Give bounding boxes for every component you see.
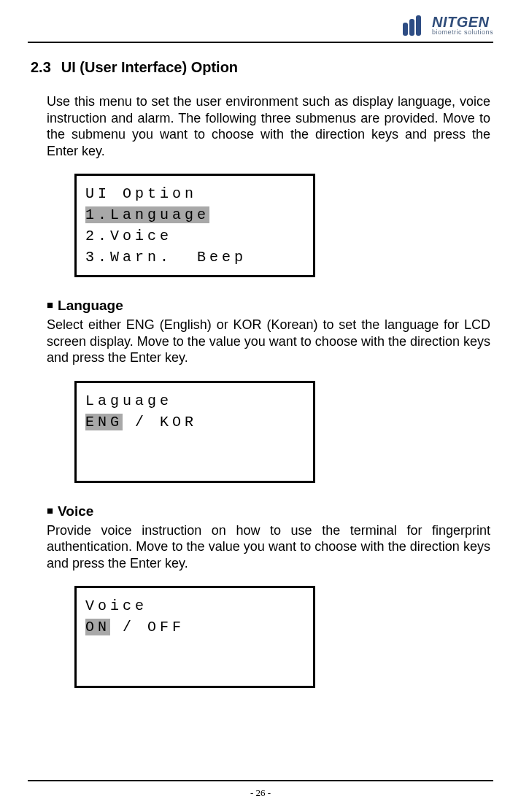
lcd-line: ENG / KOR [85,411,304,433]
subheading-text: Voice [58,503,93,519]
language-body: Select either ENG (English) or KOR (Kore… [47,317,490,366]
lcd-line-selected: 1.Language [85,204,304,225]
lcd-line: UI Option [85,183,304,204]
lcd-screen: UI Option 1.Language 2.Voice 3.Warn. Bee… [74,174,315,277]
lcd-language: Laguage ENG / KOR [74,381,490,483]
bullet-square-icon: ■ [47,298,53,311]
footer-rule [28,780,493,781]
brand-logo: NITGEN biometric solutions [403,15,493,36]
section-intro: Use this menu to set the user environmen… [47,93,490,159]
subheading-text: Language [58,298,123,313]
lcd-line: ON / OFF [85,616,304,638]
lcd-highlight: 1.Language [85,206,209,223]
lcd-screen: Voice ON / OFF [74,586,315,688]
header-rule [28,42,493,43]
section-title-text: UI (User Interface) Option [61,59,238,75]
page-number: - 26 - [0,787,521,799]
lcd-highlight: ON [85,619,110,635]
lcd-rest: / KOR [123,414,197,430]
content: 2.3UI (User Interface) Option Use this m… [28,59,493,688]
page: NITGEN biometric solutions 2.3UI (User I… [0,0,521,812]
svg-rect-0 [403,23,408,36]
lcd-line: Voice [85,595,304,616]
subheading-voice: ■Voice [47,503,490,519]
lcd-screen: Laguage ENG / KOR [74,381,315,483]
lcd-highlight: ENG [85,414,123,430]
section-number: 2.3 [31,59,51,76]
header: NITGEN biometric solutions [28,12,493,39]
svg-rect-1 [409,19,414,36]
lcd-line: 3.Warn. Beep [85,247,304,268]
brand-name: NITGEN [432,15,493,29]
lcd-rest: / OFF [110,619,185,635]
brand-text: NITGEN biometric solutions [432,15,493,36]
lcd-line: Laguage [85,390,304,411]
nitgen-bars-icon [403,15,428,36]
lcd-voice: Voice ON / OFF [74,586,490,688]
lcd-ui-option: UI Option 1.Language 2.Voice 3.Warn. Bee… [74,174,490,277]
svg-rect-2 [416,15,421,36]
lcd-line: 2.Voice [85,225,304,247]
bullet-square-icon: ■ [47,504,53,517]
section-heading: 2.3UI (User Interface) Option [31,59,490,76]
voice-body: Provide voice instruction on how to use … [47,522,490,572]
subheading-language: ■Language [47,298,490,314]
brand-tagline: biometric solutions [432,28,493,36]
